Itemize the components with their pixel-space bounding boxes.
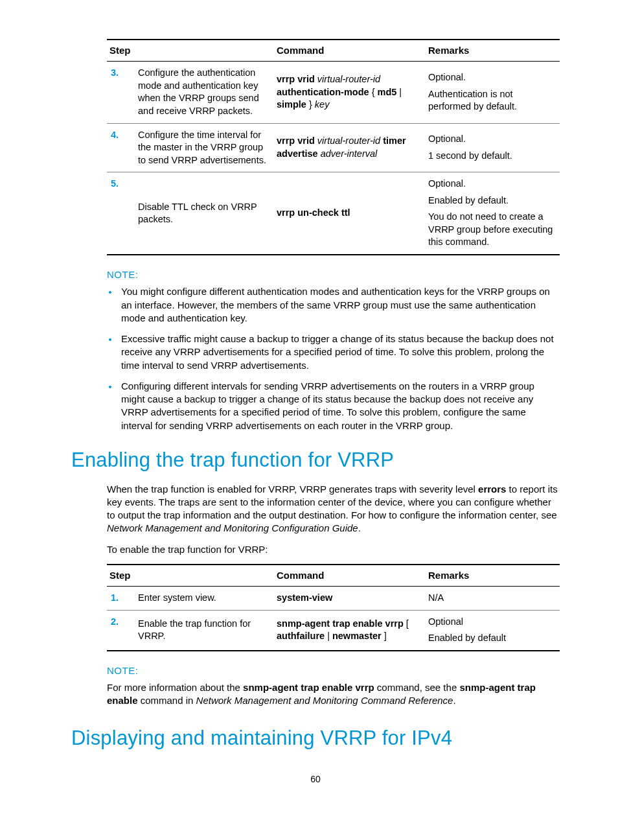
table-row: 1.Enter system view.system-viewN/A [107,587,560,611]
step-description: Enable the trap function for VRRP. [135,610,274,651]
table-row: 4.Configure the time interval for the ma… [107,123,560,172]
th-command-2: Command [274,565,426,587]
step-command: vrrp vrid virtual-router-id authenticati… [274,62,426,123]
section-1-intro2: To enable the trap function for VRRP: [107,543,560,556]
step-command: snmp-agent trap enable vrrp [ authfailur… [274,610,426,651]
step-command: system-view [274,587,426,611]
note-2-paragraph: For more information about the snmp-agen… [107,681,560,708]
heading-enabling-trap: Enabling the trap function for VRRP [71,447,560,474]
step-description: Disable TTL check on VRRP packets. [135,172,274,255]
list-item: Configuring different intervals for send… [119,380,560,432]
step-command: vrrp un-check ttl [274,172,426,255]
step-remarks: Optional.1 second by default. [426,123,560,172]
section-1-paragraph: When the trap function is enabled for VR… [107,483,560,535]
note-label-1: NOTE: [107,268,560,281]
note-label-2: NOTE: [107,664,560,677]
th-remarks: Remarks [426,40,560,62]
step-remarks: N/A [426,587,560,611]
th-remarks-2: Remarks [426,565,560,587]
step-number: 5. [107,172,135,255]
step-command: vrrp vrid virtual-router-id timer advert… [274,123,426,172]
heading-displaying-maintaining: Displaying and maintaining VRRP for IPv4 [71,725,560,752]
table-row: 5.Disable TTL check on VRRP packets.vrrp… [107,172,560,255]
table-1: Step Command Remarks 3.Configure the aut… [107,39,560,255]
step-remarks: Optional.Enabled by default.You do not n… [426,172,560,255]
page-number: 60 [71,773,560,786]
step-number: 2. [107,610,135,651]
list-item: You might configure different authentica… [119,285,560,325]
table-row: 2.Enable the trap function for VRRP.snmp… [107,610,560,651]
list-item: Excessive traffic might cause a backup t… [119,332,560,372]
th-step-2: Step [107,565,274,587]
step-number: 1. [107,587,135,611]
table-row: 3.Configure the authentication mode and … [107,62,560,123]
step-description: Enter system view. [135,587,274,611]
step-number: 4. [107,123,135,172]
th-step: Step [107,40,274,62]
table-2: Step Command Remarks 1.Enter system view… [107,564,560,651]
step-description: Configure the authentication mode and au… [135,62,274,123]
th-command: Command [274,40,426,62]
step-number: 3. [107,62,135,123]
step-remarks: OptionalEnabled by default [426,610,560,651]
note-1-list: You might configure different authentica… [107,285,560,432]
step-remarks: Optional.Authentication is not performed… [426,62,560,123]
step-description: Configure the time interval for the mast… [135,123,274,172]
